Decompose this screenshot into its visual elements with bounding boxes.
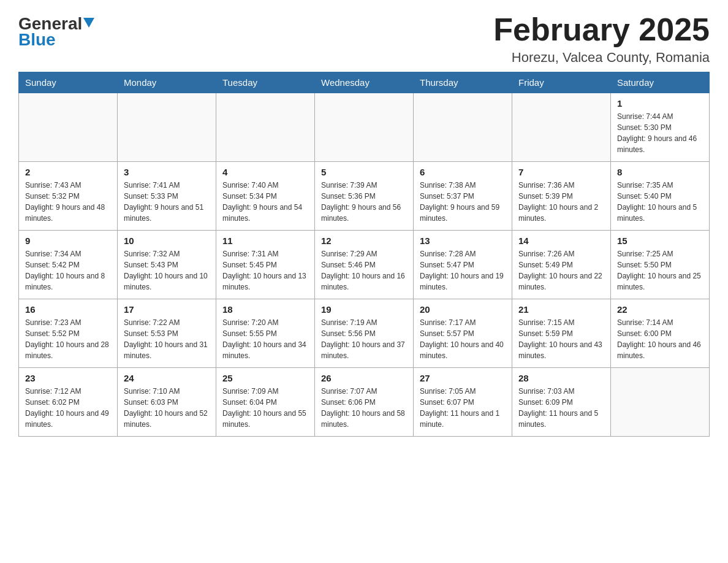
day-info: Sunrise: 7:44 AM Sunset: 5:30 PM Dayligh… xyxy=(617,111,703,155)
calendar-week-5: 23Sunrise: 7:12 AM Sunset: 6:02 PM Dayli… xyxy=(19,368,710,437)
calendar-header-row: SundayMondayTuesdayWednesdayThursdayFrid… xyxy=(19,72,710,93)
day-info: Sunrise: 7:15 AM Sunset: 5:59 PM Dayligh… xyxy=(518,317,604,361)
day-number: 13 xyxy=(420,236,506,246)
day-number: 18 xyxy=(222,304,308,315)
weekday-header-thursday: Thursday xyxy=(414,72,512,93)
calendar-cell: 12Sunrise: 7:29 AM Sunset: 5:46 PM Dayli… xyxy=(315,231,414,299)
day-info: Sunrise: 7:03 AM Sunset: 6:09 PM Dayligh… xyxy=(518,386,604,430)
month-title: February 2025 xyxy=(493,12,710,47)
weekday-header-monday: Monday xyxy=(118,72,216,93)
weekday-header-friday: Friday xyxy=(512,72,611,93)
calendar-cell: 22Sunrise: 7:14 AM Sunset: 6:00 PM Dayli… xyxy=(611,299,710,368)
calendar-cell: 21Sunrise: 7:15 AM Sunset: 5:59 PM Dayli… xyxy=(512,299,611,368)
day-number: 27 xyxy=(420,373,506,383)
title-block: February 2025 Horezu, Valcea County, Rom… xyxy=(493,12,710,66)
day-number: 12 xyxy=(321,236,407,246)
calendar-week-3: 9Sunrise: 7:34 AM Sunset: 5:42 PM Daylig… xyxy=(19,231,710,299)
day-info: Sunrise: 7:12 AM Sunset: 6:02 PM Dayligh… xyxy=(25,386,111,430)
weekday-header-saturday: Saturday xyxy=(611,72,710,93)
day-info: Sunrise: 7:39 AM Sunset: 5:36 PM Dayligh… xyxy=(321,180,407,224)
weekday-header-wednesday: Wednesday xyxy=(315,72,414,93)
day-number: 15 xyxy=(617,236,703,246)
calendar-cell: 3Sunrise: 7:41 AM Sunset: 5:33 PM Daylig… xyxy=(118,162,216,231)
calendar-cell: 11Sunrise: 7:31 AM Sunset: 5:45 PM Dayli… xyxy=(216,231,315,299)
day-number: 21 xyxy=(518,304,604,315)
day-number: 3 xyxy=(124,167,210,177)
day-info: Sunrise: 7:32 AM Sunset: 5:43 PM Dayligh… xyxy=(124,248,210,293)
day-info: Sunrise: 7:43 AM Sunset: 5:32 PM Dayligh… xyxy=(25,180,111,224)
day-number: 25 xyxy=(222,373,308,383)
logo-blue-text: Blue xyxy=(18,31,56,48)
calendar-cell xyxy=(216,93,315,162)
calendar-week-4: 16Sunrise: 7:23 AM Sunset: 5:52 PM Dayli… xyxy=(19,299,710,368)
day-info: Sunrise: 7:19 AM Sunset: 5:56 PM Dayligh… xyxy=(321,317,407,361)
day-info: Sunrise: 7:41 AM Sunset: 5:33 PM Dayligh… xyxy=(124,180,210,224)
calendar-cell: 8Sunrise: 7:35 AM Sunset: 5:40 PM Daylig… xyxy=(611,162,710,231)
calendar-cell xyxy=(19,93,118,162)
logo: General Blue xyxy=(18,15,94,48)
day-info: Sunrise: 7:22 AM Sunset: 5:53 PM Dayligh… xyxy=(124,317,210,361)
calendar-cell: 10Sunrise: 7:32 AM Sunset: 5:43 PM Dayli… xyxy=(118,231,216,299)
day-info: Sunrise: 7:17 AM Sunset: 5:57 PM Dayligh… xyxy=(420,317,506,361)
calendar-cell: 5Sunrise: 7:39 AM Sunset: 5:36 PM Daylig… xyxy=(315,162,414,231)
day-number: 1 xyxy=(617,98,703,109)
calendar-cell xyxy=(414,93,512,162)
calendar-cell: 4Sunrise: 7:40 AM Sunset: 5:34 PM Daylig… xyxy=(216,162,315,231)
location-subtitle: Horezu, Valcea County, Romania xyxy=(493,50,710,66)
weekday-header-tuesday: Tuesday xyxy=(216,72,315,93)
logo-triangle-icon xyxy=(83,18,94,31)
day-info: Sunrise: 7:23 AM Sunset: 5:52 PM Dayligh… xyxy=(25,317,111,361)
calendar-week-2: 2Sunrise: 7:43 AM Sunset: 5:32 PM Daylig… xyxy=(19,162,710,231)
day-number: 17 xyxy=(124,304,210,315)
day-info: Sunrise: 7:20 AM Sunset: 5:55 PM Dayligh… xyxy=(222,317,308,361)
calendar-cell: 13Sunrise: 7:28 AM Sunset: 5:47 PM Dayli… xyxy=(414,231,512,299)
day-number: 24 xyxy=(124,373,210,383)
day-info: Sunrise: 7:05 AM Sunset: 6:07 PM Dayligh… xyxy=(420,386,506,430)
calendar-cell: 2Sunrise: 7:43 AM Sunset: 5:32 PM Daylig… xyxy=(19,162,118,231)
day-number: 5 xyxy=(321,167,407,177)
calendar-cell: 17Sunrise: 7:22 AM Sunset: 5:53 PM Dayli… xyxy=(118,299,216,368)
day-info: Sunrise: 7:29 AM Sunset: 5:46 PM Dayligh… xyxy=(321,248,407,293)
svg-marker-0 xyxy=(83,18,94,28)
calendar-cell: 1Sunrise: 7:44 AM Sunset: 5:30 PM Daylig… xyxy=(611,93,710,162)
day-info: Sunrise: 7:25 AM Sunset: 5:50 PM Dayligh… xyxy=(617,248,703,293)
day-number: 7 xyxy=(518,167,604,177)
day-info: Sunrise: 7:28 AM Sunset: 5:47 PM Dayligh… xyxy=(420,248,506,293)
calendar-cell: 15Sunrise: 7:25 AM Sunset: 5:50 PM Dayli… xyxy=(611,231,710,299)
calendar-cell: 6Sunrise: 7:38 AM Sunset: 5:37 PM Daylig… xyxy=(414,162,512,231)
day-info: Sunrise: 7:40 AM Sunset: 5:34 PM Dayligh… xyxy=(222,180,308,224)
day-info: Sunrise: 7:07 AM Sunset: 6:06 PM Dayligh… xyxy=(321,386,407,430)
day-number: 8 xyxy=(617,167,703,177)
day-number: 11 xyxy=(222,236,308,246)
calendar-cell: 24Sunrise: 7:10 AM Sunset: 6:03 PM Dayli… xyxy=(118,368,216,437)
day-info: Sunrise: 7:14 AM Sunset: 6:00 PM Dayligh… xyxy=(617,317,703,361)
day-number: 10 xyxy=(124,236,210,246)
day-number: 28 xyxy=(518,373,604,383)
calendar-cell: 16Sunrise: 7:23 AM Sunset: 5:52 PM Dayli… xyxy=(19,299,118,368)
day-info: Sunrise: 7:34 AM Sunset: 5:42 PM Dayligh… xyxy=(25,248,111,293)
calendar-cell xyxy=(611,368,710,437)
day-number: 14 xyxy=(518,236,604,246)
calendar-cell: 14Sunrise: 7:26 AM Sunset: 5:49 PM Dayli… xyxy=(512,231,611,299)
calendar-cell xyxy=(512,93,611,162)
calendar-cell: 9Sunrise: 7:34 AM Sunset: 5:42 PM Daylig… xyxy=(19,231,118,299)
calendar-week-1: 1Sunrise: 7:44 AM Sunset: 5:30 PM Daylig… xyxy=(19,93,710,162)
day-number: 16 xyxy=(25,304,111,315)
calendar-cell: 18Sunrise: 7:20 AM Sunset: 5:55 PM Dayli… xyxy=(216,299,315,368)
day-number: 9 xyxy=(25,236,111,246)
day-number: 4 xyxy=(222,167,308,177)
day-info: Sunrise: 7:36 AM Sunset: 5:39 PM Dayligh… xyxy=(518,180,604,224)
calendar-cell: 25Sunrise: 7:09 AM Sunset: 6:04 PM Dayli… xyxy=(216,368,315,437)
calendar-cell: 20Sunrise: 7:17 AM Sunset: 5:57 PM Dayli… xyxy=(414,299,512,368)
day-info: Sunrise: 7:10 AM Sunset: 6:03 PM Dayligh… xyxy=(124,386,210,430)
calendar-cell: 19Sunrise: 7:19 AM Sunset: 5:56 PM Dayli… xyxy=(315,299,414,368)
weekday-header-sunday: Sunday xyxy=(19,72,118,93)
day-number: 23 xyxy=(25,373,111,383)
day-info: Sunrise: 7:26 AM Sunset: 5:49 PM Dayligh… xyxy=(518,248,604,293)
calendar-cell: 7Sunrise: 7:36 AM Sunset: 5:39 PM Daylig… xyxy=(512,162,611,231)
calendar-cell xyxy=(315,93,414,162)
day-info: Sunrise: 7:35 AM Sunset: 5:40 PM Dayligh… xyxy=(617,180,703,224)
day-number: 2 xyxy=(25,167,111,177)
page-header: General Blue February 2025 Horezu, Valce… xyxy=(18,12,710,66)
day-number: 22 xyxy=(617,304,703,315)
